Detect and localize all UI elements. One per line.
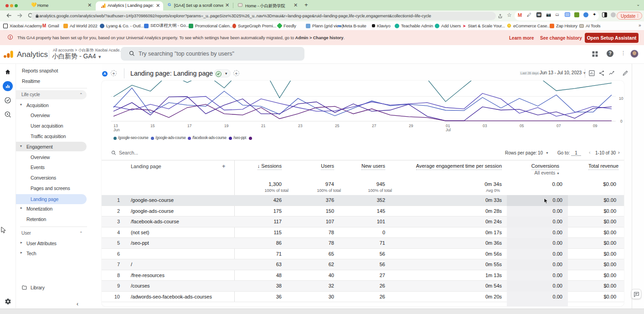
svg-text:29: 29	[409, 124, 413, 128]
svg-text:03: 03	[483, 124, 487, 128]
svg-text:07: 07	[556, 124, 561, 128]
svg-text:Jun: Jun	[113, 128, 120, 132]
svg-text:17: 17	[187, 124, 192, 128]
svg-text:0: 0	[620, 119, 623, 124]
svg-text:27: 27	[372, 124, 376, 128]
svg-text:21: 21	[261, 124, 266, 128]
svg-text:09: 09	[593, 124, 598, 128]
svg-text:Jul: Jul	[446, 128, 451, 132]
svg-text:25: 25	[335, 124, 340, 128]
svg-text:05: 05	[520, 124, 524, 128]
svg-text:23: 23	[298, 124, 303, 128]
svg-text:10: 10	[619, 96, 623, 101]
svg-text:15: 15	[150, 124, 155, 128]
svg-text:19: 19	[224, 124, 229, 128]
